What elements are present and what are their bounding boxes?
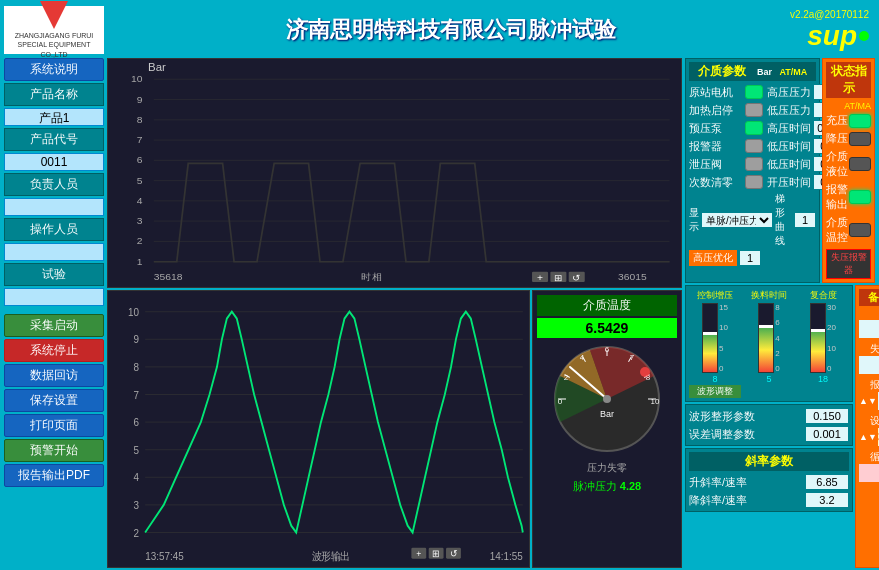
header: ZHANGJIAGANG FURUI SPECIAL EQUIPMENT CO.…: [4, 4, 875, 56]
svg-text:4: 4: [579, 353, 584, 362]
slider-1-scale: 151050: [719, 303, 728, 373]
wave-label: 梯形曲线: [775, 192, 792, 248]
error-adjust-input[interactable]: [805, 426, 849, 442]
svg-text:4: 4: [133, 472, 139, 484]
test-label: 试验: [4, 263, 104, 286]
status-row-2: 介质液位: [826, 149, 871, 179]
param-row-0: 原站电机 高压压力: [689, 84, 816, 100]
param-row-1: 加热启停 低压压力: [689, 102, 816, 118]
svg-text:0: 0: [557, 397, 562, 406]
status-led-4: [849, 223, 871, 237]
svg-text:3: 3: [137, 216, 143, 226]
svg-text:+: +: [537, 272, 543, 282]
warning-start-btn[interactable]: 预警开始: [4, 439, 104, 462]
svg-text:13:57:45: 13:57:45: [145, 551, 184, 563]
status-row-1: 降压: [826, 131, 871, 146]
manager-input[interactable]: [4, 198, 104, 216]
data-item-0: ▲▼ 0: [859, 309, 879, 338]
bottom-right-area: 控制增压 151050 8 波形调整: [685, 285, 875, 568]
top-chart-svg: 10 9 8 7 6 5 4 3 2 1 Bar 35618 时相: [108, 59, 681, 287]
wave-shape-label: 波形整形参数: [689, 409, 805, 424]
wave-param-row-1: 波形整形参数: [689, 408, 849, 424]
slider-3-title: 复合度: [810, 289, 837, 302]
save-settings-btn[interactable]: 保存设置: [4, 389, 104, 412]
svg-text:10: 10: [128, 306, 139, 318]
status-led-0: [849, 114, 871, 128]
slider-2-scale: 86420: [775, 303, 779, 373]
sup-label: sup: [807, 20, 857, 52]
left-sidebar: 系统说明 产品名称 产品1 产品代号 0011 负责人员 操作人员 试验 采集启…: [4, 58, 104, 568]
wave-input[interactable]: [794, 212, 816, 228]
version-area: v2.2a@20170112 sup: [790, 9, 875, 52]
fall-input[interactable]: [805, 492, 849, 508]
mode-select[interactable]: 单脉/冲压力: [701, 212, 773, 228]
slider-1-handle[interactable]: [703, 332, 717, 335]
svg-text:3: 3: [133, 500, 139, 512]
at-ma-header: AT/MA: [826, 101, 871, 111]
system-stop-btn[interactable]: 系统停止: [4, 339, 104, 362]
svg-text:8: 8: [133, 362, 139, 374]
svg-text:6: 6: [133, 417, 139, 429]
high-pressure-row: 高压优化: [689, 250, 816, 266]
svg-point-76: [603, 395, 611, 403]
data-item-2: 报警压力 ▲▼ 0: [859, 378, 879, 410]
set-count-label: 设定次数: [859, 414, 879, 428]
sup-area: sup: [807, 20, 869, 52]
print-page-btn[interactable]: 打印页面: [4, 414, 104, 437]
test-input[interactable]: [4, 288, 104, 306]
gauge-media-temp-value: 6.5429: [537, 318, 677, 338]
slider-2-handle[interactable]: [759, 325, 773, 328]
svg-text:⊞: ⊞: [554, 272, 562, 282]
data-value-4: 616: [859, 464, 879, 482]
svg-text:1: 1: [137, 256, 143, 266]
svg-text:Bar: Bar: [599, 409, 613, 419]
status-led-2: [849, 157, 871, 171]
gauge-svg: 0 2 4 6 7 8 10 Bar: [550, 342, 665, 457]
param-row-5: 次数清零 开压时间: [689, 174, 816, 190]
fail-count-label: 失压次数: [859, 342, 879, 356]
report-pdf-btn[interactable]: 报告输出PDF: [4, 464, 104, 487]
pulse-pressure-area: 脉冲压力 4.28: [573, 479, 641, 494]
svg-text:4: 4: [137, 195, 143, 205]
data-item-3: 设定次数 ▲▼ 300: [859, 414, 879, 446]
bottom-chart-svg: 10 9 8 7 6 5 4 3 2 13:57:45 波形输出: [108, 291, 529, 567]
collect-start-btn[interactable]: 采集启动: [4, 314, 104, 337]
slope-rise-row: 升斜率/速率: [689, 474, 849, 490]
media-params-title: 介质参数 Bar AT/MA: [689, 62, 816, 81]
right-data-title: 备用数据: [859, 289, 879, 306]
high-pressure-btn[interactable]: 高压优化: [689, 250, 737, 266]
slider-2-fill: [759, 328, 773, 372]
led-1: [745, 103, 763, 117]
svg-text:7: 7: [137, 135, 143, 145]
wave-shape-input[interactable]: [805, 408, 849, 424]
slope-params: 斜率参数 升斜率/速率 降斜率/速率: [685, 448, 853, 512]
product-name-input[interactable]: 产品1: [4, 108, 104, 126]
high-pressure-input[interactable]: [739, 250, 761, 266]
data-review-btn[interactable]: 数据回访: [4, 364, 104, 387]
param-row-2: 预压泵 高压时间: [689, 120, 816, 136]
svg-text:Bar: Bar: [148, 62, 166, 73]
slider-2-bars: 86420: [758, 303, 779, 373]
led-4: [745, 157, 763, 171]
slider-composite: 复合度 3020100 18: [797, 289, 849, 398]
led-0: [745, 85, 763, 99]
mode-label: 显示: [689, 206, 699, 234]
logo-text: ZHANGJIAGANG FURUI SPECIAL EQUIPMENT CO.…: [4, 31, 104, 58]
slider-change-time: 换料时间 86420 5: [743, 289, 795, 398]
slider-1-btn[interactable]: 波形调整: [689, 385, 741, 398]
wave-param-row-2: 误差调整参数: [689, 426, 849, 442]
system-explain-btn[interactable]: 系统说明: [4, 58, 104, 81]
rise-input[interactable]: [805, 474, 849, 490]
svg-text:↺: ↺: [572, 272, 580, 282]
slider-3-fill: [811, 331, 825, 372]
slider-3-scale: 3020100: [827, 303, 836, 373]
params-col: 控制增压 151050 8 波形调整: [685, 285, 853, 568]
operator-input[interactable]: [4, 243, 104, 261]
chart-top: 10 9 8 7 6 5 4 3 2 1 Bar 35618 时相: [107, 58, 682, 288]
param-row-3: 报警器 低压时间: [689, 138, 816, 154]
status-led-3: [849, 190, 871, 204]
product-code-input[interactable]: 0011: [4, 153, 104, 171]
operator-label: 操作人员: [4, 218, 104, 241]
svg-text:10: 10: [650, 397, 659, 406]
slider-3-handle[interactable]: [811, 329, 825, 332]
